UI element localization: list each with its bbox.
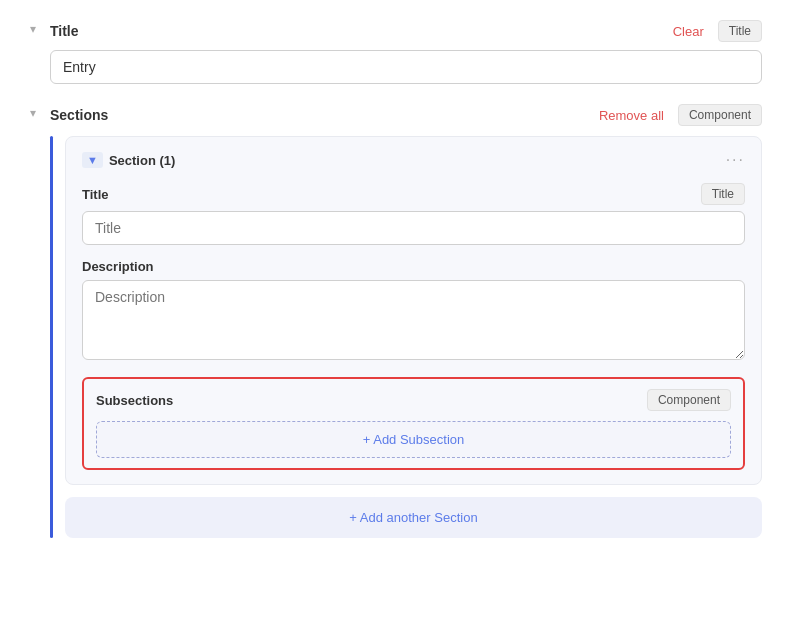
subsections-header: Subsections Component <box>96 389 731 411</box>
sections-header-actions: Remove all Component <box>593 104 762 126</box>
sections-content: Sections Remove all Component ▼ Section … <box>50 104 762 538</box>
remove-all-button[interactable]: Remove all <box>593 106 670 125</box>
section-description-textarea[interactable] <box>82 280 745 360</box>
section-description-row: Description <box>82 259 745 363</box>
subsections-component-tag-button[interactable]: Component <box>647 389 731 411</box>
section-title-label: Title <box>82 187 109 202</box>
section-card-collapse-arrow[interactable]: ▼ <box>82 152 103 168</box>
sections-collapse-arrow[interactable]: ▾ <box>30 104 50 538</box>
add-subsection-button[interactable]: + Add Subsection <box>96 421 731 458</box>
section-title-input[interactable] <box>82 211 745 245</box>
section-card-name: Section (1) <box>109 153 175 168</box>
sections-component-tag-button[interactable]: Component <box>678 104 762 126</box>
sections-top-header: Sections Remove all Component <box>50 104 762 126</box>
title-label: Title <box>50 23 79 39</box>
section-title-row: Title Title <box>82 183 745 245</box>
add-section-button[interactable]: + Add another Section <box>65 497 762 538</box>
section-card-wrapper: ▼ Section (1) ··· Title Title <box>65 136 762 538</box>
section-card-title-row: ▼ Section (1) <box>82 152 175 168</box>
section-card-header: ▼ Section (1) ··· <box>82 151 745 169</box>
title-section-content: Title Clear Title <box>50 20 762 84</box>
subsections-label: Subsections <box>96 393 173 408</box>
title-section-header: Title Clear Title <box>50 20 762 42</box>
section-card-menu-icon[interactable]: ··· <box>726 151 745 169</box>
title-collapse-arrow[interactable]: ▾ <box>30 20 50 84</box>
clear-button[interactable]: Clear <box>667 22 710 41</box>
section-description-label-row: Description <box>82 259 745 274</box>
section-title-label-row: Title Title <box>82 183 745 205</box>
left-bar <box>50 136 53 538</box>
page-container: ▾ Title Clear Title ▾ Sections Remove al… <box>0 0 792 624</box>
section-title-tag-button[interactable]: Title <box>701 183 745 205</box>
section-card-row: ▼ Section (1) ··· Title Title <box>50 136 762 538</box>
sections-outer: ▾ Sections Remove all Component ▼ S <box>30 104 762 538</box>
section-description-label: Description <box>82 259 154 274</box>
title-block: ▾ Title Clear Title <box>30 20 762 84</box>
sections-label: Sections <box>50 107 108 123</box>
section-card: ▼ Section (1) ··· Title Title <box>65 136 762 485</box>
title-input[interactable] <box>50 50 762 84</box>
subsections-box: Subsections Component + Add Subsection <box>82 377 745 470</box>
title-header-actions: Clear Title <box>667 20 762 42</box>
title-tag-button[interactable]: Title <box>718 20 762 42</box>
